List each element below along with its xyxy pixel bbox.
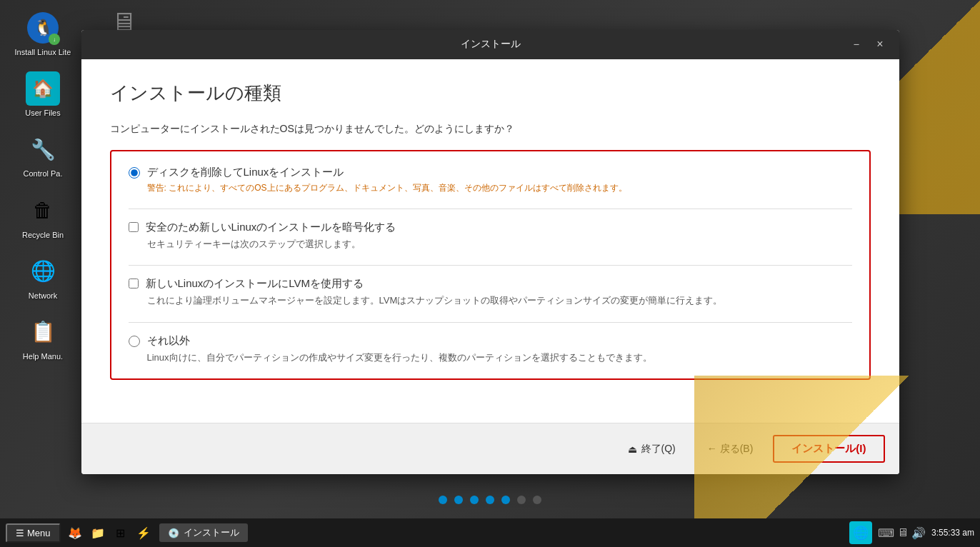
volume-icon: 🔊 [911, 526, 926, 540]
progress-dot-1 [439, 496, 447, 504]
taskbar-menu-button[interactable]: ☰ Menu [6, 523, 61, 543]
menu-label: Menu [27, 528, 51, 538]
progress-dots [439, 496, 541, 504]
progress-dot-3 [470, 496, 479, 504]
progress-dot-2 [454, 496, 463, 504]
taskbar: ☰ Menu 🦊 📁 ⊞ ⚡ 💿 インストール 🌐 [0, 518, 980, 547]
modal-footer: ⏏ 終了(Q) ← 戻る(B) インストール(I) [81, 423, 899, 474]
option-other-label: それ以外 [147, 334, 190, 348]
active-app-label: インストール [184, 526, 239, 539]
page-title: インストールの種類 [110, 81, 871, 106]
option-erase-disk-radio[interactable] [129, 167, 140, 179]
quit-label: 終了(Q) [641, 443, 676, 456]
option-other-row: それ以外 [129, 334, 852, 348]
back-label: ← 戻る(B) [707, 443, 754, 456]
progress-dot-4 [486, 496, 494, 504]
option-lvm-desc: これにより論理ボリュームマネージャーを設定します。LVMはスナップショットの取得… [147, 293, 852, 308]
option-erase-disk-row: ディスクを削除してLinuxをインストール [129, 166, 852, 179]
taskbar-app-icons: 🦊 📁 ⊞ ⚡ [65, 523, 154, 543]
option-encrypt-desc: セキュリティーキーは次のステップで選択します。 [147, 237, 852, 251]
progress-dot-5 [501, 496, 510, 504]
option-lvm-checkbox[interactable] [129, 278, 139, 288]
taskbar-files-icon[interactable]: 📁 [88, 523, 108, 543]
modal-body: インストールの種類 コンピューターにインストールされたOSは見つかりませんでした… [81, 59, 899, 423]
options-box: ディスクを削除してLinuxをインストール 警告: これにより、すべてのOS上に… [110, 150, 871, 381]
screen-icon: 🖥 [897, 526, 909, 539]
network-icon: 🌐 [853, 525, 869, 541]
divider-2 [129, 265, 852, 266]
modal-controls: － × [846, 36, 887, 54]
modal-title: インストール [136, 38, 847, 51]
taskbar-sys-icons: ⌨ 🖥 🔊 [878, 526, 926, 540]
taskbar-terminal-icon[interactable]: ⊞ [111, 523, 131, 543]
close-button[interactable]: × [872, 36, 887, 52]
minimize-button[interactable]: － [846, 36, 866, 54]
modal-overlay: インストール － × インストールの種類 コンピューターにインストールされたOS… [0, 0, 980, 518]
progress-dot-7 [533, 496, 541, 504]
files-icon: 📁 [91, 526, 105, 540]
firefox-icon: 🦊 [68, 526, 82, 540]
terminal-icon: ⊞ [116, 526, 125, 540]
modal-titlebar: インストール － × [81, 30, 899, 59]
option-other-desc: Linux向けに、自分でパーティションの作成やサイズ変更を行ったり、複数のパーテ… [147, 351, 852, 365]
taskbar-time: 3:55:33 am [931, 528, 974, 538]
keyboard-icon: ⌨ [878, 526, 894, 540]
option-encrypt-checkbox[interactable] [129, 222, 139, 232]
divider-1 [129, 209, 852, 209]
back-button[interactable]: ← 戻る(B) [696, 437, 765, 461]
taskbar-firefox-icon[interactable]: 🦊 [65, 523, 85, 543]
option-erase-disk-label: ディスクを削除してLinuxをインストール [147, 166, 344, 179]
quit-icon: ⏏ [628, 443, 637, 455]
option-erase-disk-warning: 警告: これにより、すべてのOS上にあるプログラム、ドキュメント、写真、音楽、そ… [147, 182, 852, 194]
install-modal: インストール － × インストールの種類 コンピューターにインストールされたOS… [81, 30, 899, 475]
quit-button[interactable]: ⏏ 終了(Q) [616, 437, 687, 461]
install-description: コンピューターにインストールされたOSは見つかりませんでした。どのようにしますか… [110, 123, 871, 136]
option-encrypt: 安全のため新しいLinuxのインストールを暗号化する セキュリティーキーは次のス… [129, 221, 852, 251]
option-encrypt-row: 安全のため新しいLinuxのインストールを暗号化する [129, 221, 852, 234]
option-lvm: 新しいLinuxのインストールにLVMを使用する これにより論理ボリュームマネー… [129, 277, 852, 308]
taskbar-network-icon[interactable]: 🌐 [849, 521, 872, 544]
taskbar-extra-icon[interactable]: ⚡ [134, 523, 154, 543]
option-other-radio[interactable] [129, 336, 140, 347]
menu-icon: ☰ [16, 528, 24, 538]
install-button[interactable]: インストール(I) [773, 435, 884, 463]
taskbar-right: 🌐 ⌨ 🖥 🔊 3:55:33 am [849, 521, 974, 544]
progress-dot-6 [517, 496, 526, 504]
taskbar-active-app[interactable]: 💿 インストール [159, 523, 248, 542]
option-lvm-label: 新しいLinuxのインストールにLVMを使用する [146, 277, 364, 291]
divider-3 [129, 322, 852, 323]
desktop: 🐧 ↓ Install Linux Lite 🏠 User Files 🔧 Co… [0, 0, 980, 547]
option-encrypt-label: 安全のため新しいLinuxのインストールを暗号化する [146, 221, 396, 234]
option-other: それ以外 Linux向けに、自分でパーティションの作成やサイズ変更を行ったり、複… [129, 334, 852, 365]
extra-icon: ⚡ [136, 526, 151, 540]
option-lvm-row: 新しいLinuxのインストールにLVMを使用する [129, 277, 852, 291]
option-erase-disk: ディスクを削除してLinuxをインストール 警告: これにより、すべてのOS上に… [129, 166, 852, 194]
active-app-icon: 💿 [168, 528, 179, 538]
